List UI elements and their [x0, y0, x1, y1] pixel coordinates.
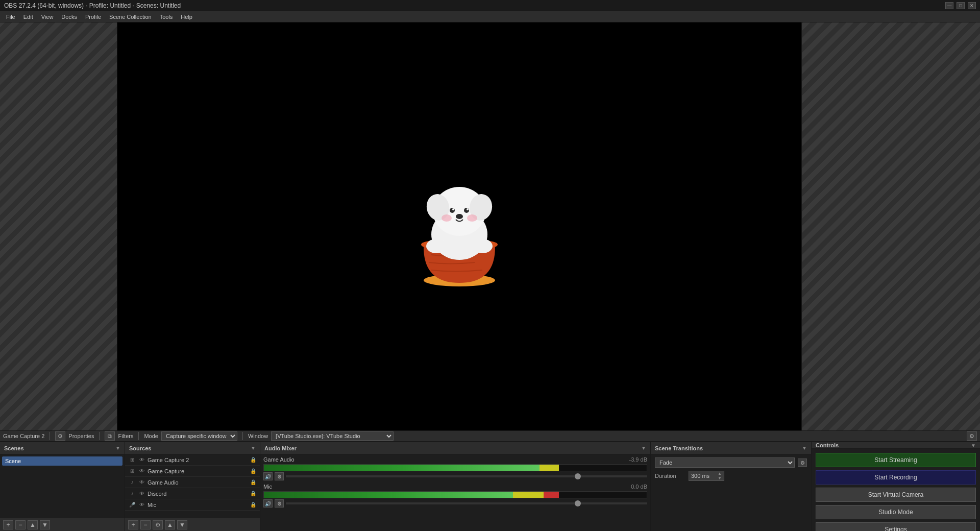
controls-panel: Controls ▼ Start Streaming Start Recordi… — [812, 442, 980, 531]
source-lock-icon[interactable]: 🔒 — [250, 479, 257, 485]
menu-file[interactable]: File — [2, 13, 19, 21]
svg-point-9 — [452, 208, 454, 210]
game-audio-meter-wrapper — [263, 464, 647, 471]
source-lock-icon[interactable]: 🔒 — [250, 491, 257, 496]
source-name-label: Game Capture — [148, 468, 248, 474]
source-type-icon: ♪ — [128, 478, 136, 487]
svg-point-13 — [467, 214, 477, 222]
menu-docks[interactable]: Docks — [57, 13, 81, 21]
source-type-icon: 🎤 — [128, 501, 136, 509]
source-lock-icon[interactable]: 🔒 — [250, 468, 257, 474]
menu-view[interactable]: View — [37, 13, 58, 21]
source-down-button[interactable]: ▼ — [177, 520, 187, 529]
source-name-label: Discord — [148, 491, 248, 497]
spinbox-up-arrow[interactable]: ▲ — [718, 471, 722, 476]
menu-help[interactable]: Help — [177, 13, 197, 21]
window-select[interactable]: [VTube Studio.exe]: VTube Studio — [271, 431, 394, 441]
source-lock-icon[interactable]: 🔒 — [250, 457, 257, 463]
scenes-panel-header: Scenes ▼ — [0, 442, 125, 454]
source-add-button[interactable]: + — [128, 520, 138, 529]
source-type-icon: ⊞ — [128, 467, 136, 475]
mic-slider-thumb — [575, 500, 581, 506]
mic-db: 0.0 dB — [631, 484, 647, 490]
game-audio-settings-btn[interactable]: ⚙ — [275, 472, 284, 480]
scene-item[interactable]: Scene — [2, 456, 122, 466]
mic-meter-wrapper — [263, 491, 647, 498]
titlebar-controls: — □ ✕ — [945, 2, 976, 9]
menu-profile[interactable]: Profile — [81, 13, 105, 21]
source-visibility-toggle[interactable]: 👁 — [138, 457, 145, 463]
duration-label: Duration — [655, 473, 685, 479]
settings-button[interactable]: Settings — [816, 522, 976, 531]
source-visibility-toggle[interactable]: 👁 — [138, 502, 145, 508]
svg-point-11 — [456, 214, 463, 219]
audio-track-mic-header: Mic 0.0 dB — [263, 484, 647, 490]
filters-label[interactable]: Filters — [118, 433, 133, 439]
audio-track-game-audio: Game Audio -3.9 dB 🔊 ⚙ — [263, 456, 647, 480]
scene-down-button[interactable]: ▼ — [40, 520, 50, 529]
source-lock-icon[interactable]: 🔒 — [250, 502, 257, 508]
spinbox-down-arrow[interactable]: ▼ — [718, 476, 722, 480]
source-row-game-capture-2[interactable]: ⊞ 👁 Game Capture 2 🔒 — [125, 454, 260, 466]
transition-type-select[interactable]: Fade Cut Swipe Slide Stinger Fade to Col… — [655, 457, 795, 468]
titlebar: OBS 27.2.4 (64-bit, windows) - Profile: … — [0, 0, 980, 11]
mic-volume-slider[interactable] — [286, 502, 647, 504]
source-row-mic[interactable]: 🎤 👁 Mic 🔒 — [125, 499, 260, 511]
properties-icon[interactable]: ⚙ — [55, 431, 65, 441]
source-active-name: Game Capture 2 — [3, 433, 44, 439]
scene-transitions-panel-menu-icon[interactable]: ▼ — [802, 445, 807, 451]
game-audio-mute-btn[interactable]: 🔊 — [263, 472, 273, 480]
mic-mute-btn[interactable]: 🔊 — [263, 499, 273, 508]
scene-up-button[interactable]: ▲ — [28, 520, 38, 529]
studio-mode-button[interactable]: Studio Mode — [816, 505, 976, 519]
properties-label[interactable]: Properties — [68, 433, 94, 439]
game-audio-volume-slider[interactable] — [286, 475, 647, 477]
svg-point-3 — [472, 239, 493, 253]
source-name-label: Game Audio — [148, 479, 248, 486]
source-settings-button[interactable]: ⚙ — [153, 520, 163, 529]
start-streaming-button[interactable]: Start Streaming — [816, 453, 976, 467]
close-button[interactable]: ✕ — [968, 2, 976, 9]
mic-meter — [263, 491, 647, 498]
scene-remove-button[interactable]: − — [15, 520, 26, 529]
audio-mixer-panel: Audio Mixer ▼ Game Audio -3.9 dB — [260, 442, 651, 531]
scene-add-button[interactable]: + — [3, 520, 13, 529]
scenes-list: Scene — [0, 454, 125, 518]
minimize-button[interactable]: — — [945, 2, 953, 9]
controls-panel-menu-icon[interactable]: ▼ — [971, 443, 976, 448]
source-visibility-toggle[interactable]: 👁 — [138, 468, 145, 474]
menu-scene-collection[interactable]: Scene Collection — [105, 13, 156, 21]
toolbar-settings-icon[interactable]: ⚙ — [967, 431, 977, 441]
source-remove-button[interactable]: − — [140, 520, 151, 529]
source-row-discord[interactable]: ♪ 👁 Discord 🔒 — [125, 488, 260, 499]
scenes-panel-menu-icon[interactable]: ▼ — [115, 445, 120, 451]
scene-transitions-header-label: Scene Transitions — [655, 445, 703, 451]
start-recording-button[interactable]: Start Recording — [816, 470, 976, 485]
filters-icon[interactable]: ⧉ — [105, 431, 115, 441]
scenes-panel: Scenes ▼ Scene + − ▲ ▼ — [0, 442, 125, 531]
toolbar-separator-3 — [138, 432, 139, 440]
sources-panel-header: Sources ▼ — [125, 442, 260, 454]
audio-mixer-panel-menu-icon[interactable]: ▼ — [641, 445, 646, 451]
bottom-panels: Scenes ▼ Scene + − ▲ ▼ Sources ▼ ⊞ 👁 Gam… — [0, 442, 980, 531]
transition-settings-icon[interactable]: ⚙ — [798, 458, 807, 467]
source-visibility-toggle[interactable]: 👁 — [138, 479, 145, 485]
transition-duration-row: Duration 300 ms ▲ ▼ — [655, 471, 807, 481]
capture-mode-select[interactable]: Capture specific window — [161, 431, 237, 441]
source-up-button[interactable]: ▲ — [165, 520, 175, 529]
start-virtual-camera-button[interactable]: Start Virtual Camera — [816, 488, 976, 502]
preview-character — [403, 165, 516, 288]
sources-panel-menu-icon[interactable]: ▼ — [251, 445, 256, 451]
controls-content: Start Streaming Start Recording Start Vi… — [812, 449, 980, 531]
menu-edit[interactable]: Edit — [19, 13, 37, 21]
scene-transitions-panel-header: Scene Transitions ▼ — [651, 442, 811, 454]
transition-duration-spinbox[interactable]: 300 ms ▲ ▼ — [689, 471, 724, 481]
source-row-game-capture[interactable]: ⊞ 👁 Game Capture 🔒 — [125, 466, 260, 477]
maximize-button[interactable]: □ — [957, 2, 965, 9]
source-visibility-toggle[interactable]: 👁 — [138, 491, 145, 496]
sources-header-label: Sources — [129, 445, 151, 451]
game-audio-meter — [263, 464, 647, 471]
mic-settings-btn[interactable]: ⚙ — [275, 499, 284, 508]
menu-tools[interactable]: Tools — [156, 13, 177, 21]
source-row-game-audio[interactable]: ♪ 👁 Game Audio 🔒 — [125, 477, 260, 488]
